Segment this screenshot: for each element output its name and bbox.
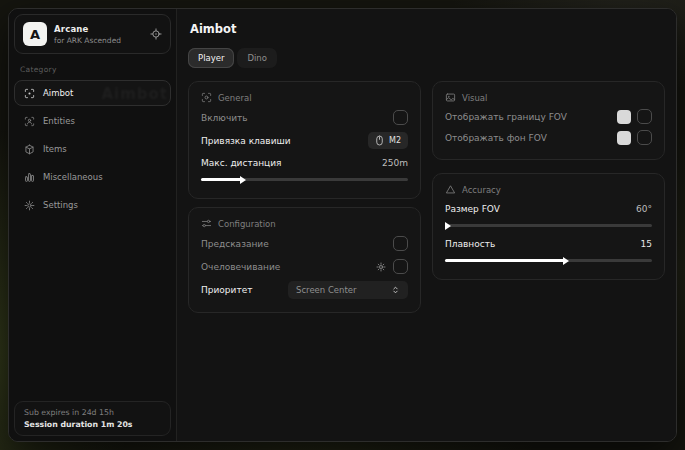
tab-player[interactable]: Player	[188, 48, 234, 68]
tab-bar: Player Dino	[188, 48, 665, 68]
sidebar-nav: Aimbot Aimbot Entities	[14, 80, 171, 218]
image-icon	[445, 92, 456, 103]
fov-size-slider[interactable]	[445, 220, 652, 230]
configuration-card: Configuration Предсказание Очеловечивани…	[188, 207, 421, 313]
right-column: Visual Отображать границу FOV Отображать…	[432, 81, 665, 280]
fov-bg-color-swatch[interactable]	[617, 131, 631, 145]
enable-label: Включить	[201, 113, 248, 123]
configuration-title: Configuration	[218, 219, 276, 229]
fov-bg-checkbox[interactable]	[637, 130, 652, 145]
humanize-label: Очеловечивание	[201, 262, 280, 272]
package-icon	[24, 144, 35, 155]
slider-fill	[201, 178, 242, 181]
slider-thumb[interactable]	[445, 222, 451, 230]
humanize-gear-icon[interactable]	[376, 262, 386, 272]
sidebar-item-items[interactable]: Items	[14, 136, 171, 162]
sidebar-item-aimbot[interactable]: Aimbot Aimbot	[14, 80, 171, 106]
main-content: Aimbot Player Dino	[177, 9, 677, 441]
fov-border-color-swatch[interactable]	[617, 110, 631, 124]
general-card: General Включить Привязка клавиши	[188, 81, 421, 199]
smoothness-value: 15	[641, 239, 652, 249]
keybind-row: Привязка клавиши M2	[201, 129, 408, 152]
brand-text: Arcane for ARK Ascended	[54, 24, 121, 45]
fov-border-label: Отображать границу FOV	[445, 112, 567, 122]
sidebar-item-miscellaneous[interactable]: Miscellaneous	[14, 164, 171, 190]
fov-border-controls	[617, 109, 652, 124]
slider-thumb[interactable]	[240, 176, 246, 184]
session-duration-text: Session duration 1m 20s	[24, 420, 161, 429]
smoothness-row: Плавность 15	[445, 233, 652, 254]
priority-label: Приоритет	[201, 285, 252, 295]
sidebar-item-entities[interactable]: Entities	[14, 108, 171, 134]
cheat-window: A Arcane for ARK Ascended Category	[8, 8, 677, 442]
sidebar-item-settings[interactable]: Settings	[14, 192, 171, 218]
fov-bg-label: Отображать фон FOV	[445, 133, 547, 143]
humanize-row: Очеловечивание	[201, 255, 408, 278]
app-logo: A	[23, 22, 47, 46]
accuracy-title: Accuracy	[462, 185, 501, 195]
keybind-button[interactable]: M2	[368, 132, 408, 149]
sidebar-item-label: Items	[43, 144, 67, 154]
priority-row: Приоритет Screen Center	[201, 278, 408, 301]
sidebar-item-label: Entities	[43, 116, 75, 126]
chevron-updown-icon	[391, 285, 400, 295]
sidebar-item-label: Settings	[43, 200, 78, 210]
enable-checkbox[interactable]	[393, 110, 408, 125]
sidebar: A Arcane for ARK Ascended Category	[9, 9, 177, 441]
tab-dino[interactable]: Dino	[237, 48, 277, 68]
general-header: General	[201, 92, 408, 103]
columns-icon	[24, 172, 35, 183]
triangle-icon	[445, 184, 456, 195]
priority-value: Screen Center	[296, 285, 357, 295]
accuracy-card: Accuracy Размер FOV 60° Плавность	[432, 173, 665, 280]
left-column: General Включить Привязка клавиши	[188, 81, 421, 313]
crosshair-icon	[24, 88, 35, 99]
app-name: Arcane	[54, 24, 121, 34]
mouse-icon	[375, 135, 384, 146]
fov-bg-controls	[617, 130, 652, 145]
keybind-value: M2	[389, 136, 401, 145]
fov-size-row: Размер FOV 60°	[445, 198, 652, 219]
focus-icon	[201, 92, 212, 103]
distance-slider[interactable]	[201, 174, 408, 184]
app-subtitle: for ARK Ascended	[54, 36, 121, 45]
slider-thumb[interactable]	[563, 257, 569, 265]
category-label: Category	[14, 54, 171, 80]
general-title: General	[218, 93, 252, 103]
visual-title: Visual	[462, 93, 487, 103]
smoothness-label: Плавность	[445, 239, 495, 249]
keybind-label: Привязка клавиши	[201, 136, 291, 146]
visual-header: Visual	[445, 92, 652, 103]
distance-row: Макс. дистанция 250m	[201, 152, 408, 173]
settings-columns: General Включить Привязка клавиши	[188, 81, 665, 313]
enable-row: Включить	[201, 106, 408, 129]
sidebar-item-label: Miscellaneous	[43, 172, 103, 182]
prediction-checkbox[interactable]	[393, 236, 408, 251]
scan-person-icon	[24, 116, 35, 127]
configuration-header: Configuration	[201, 218, 408, 229]
visual-card: Visual Отображать границу FOV Отображать…	[432, 81, 665, 160]
humanize-controls	[376, 259, 408, 274]
fov-border-checkbox[interactable]	[637, 109, 652, 124]
game-background: A Arcane for ARK Ascended Category	[0, 0, 685, 450]
target-icon[interactable]	[150, 28, 162, 40]
sidebar-spacer	[14, 218, 171, 401]
slider-fill	[445, 259, 565, 262]
fov-border-row: Отображать границу FOV	[445, 106, 652, 127]
page-title: Aimbot	[190, 22, 665, 36]
distance-value: 250m	[382, 158, 408, 168]
fov-size-value: 60°	[636, 204, 652, 214]
subscription-info: Sub expires in 24d 15h Session duration …	[14, 401, 171, 436]
accuracy-header: Accuracy	[445, 184, 652, 195]
prediction-label: Предсказание	[201, 239, 269, 249]
gear-icon	[24, 200, 35, 211]
slider-track	[445, 224, 652, 227]
humanize-checkbox[interactable]	[393, 259, 408, 274]
distance-label: Макс. дистанция	[201, 158, 281, 168]
aimbot-watermark: Aimbot	[101, 85, 168, 103]
smoothness-slider[interactable]	[445, 255, 652, 265]
fov-bg-row: Отображать фон FOV	[445, 127, 652, 148]
prediction-row: Предсказание	[201, 232, 408, 255]
sidebar-item-label: Aimbot	[43, 88, 73, 98]
priority-dropdown[interactable]: Screen Center	[288, 281, 408, 299]
